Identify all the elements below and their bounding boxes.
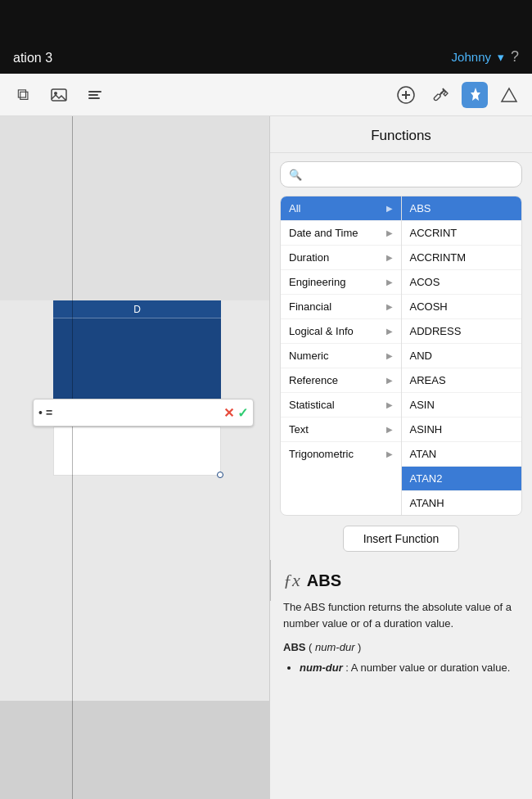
formula-input[interactable]: [56, 406, 220, 419]
cell-white[interactable]: [53, 427, 221, 476]
syntax-close-paren: ): [358, 641, 361, 653]
user-name[interactable]: Johnny: [452, 50, 491, 64]
category-label: Logical & Info: [289, 325, 354, 337]
image-icon[interactable]: [46, 82, 72, 108]
category-reference[interactable]: Reference ▶: [281, 368, 401, 393]
svg-rect-4: [88, 97, 100, 99]
function-abs[interactable]: ABS: [402, 196, 522, 221]
search-bar: 🔍: [280, 161, 522, 187]
category-arrow: ▶: [386, 302, 393, 311]
category-date-time[interactable]: Date and Time ▶: [281, 221, 401, 246]
insert-function-button[interactable]: Insert Function: [343, 526, 460, 552]
formula-equals: =: [46, 406, 52, 419]
category-label: Statistical: [289, 399, 335, 411]
category-financial[interactable]: Financial ▶: [281, 295, 401, 319]
function-syntax: ABS ( num-dur ): [283, 641, 519, 653]
category-label: Engineering: [289, 276, 345, 288]
function-description-text: The ABS function returns the absolute va…: [283, 599, 519, 631]
function-header: ƒx ABS: [283, 570, 519, 591]
formula-bullet: •: [38, 406, 43, 419]
function-atan[interactable]: ATAN: [402, 442, 522, 467]
function-asinh[interactable]: ASINH: [402, 418, 522, 442]
app-title: ation 3: [13, 51, 52, 65]
function-params-list: num-dur : A number value or duration val…: [283, 660, 519, 676]
pin-icon[interactable]: [462, 82, 488, 108]
formula-confirm-button[interactable]: ✓: [237, 405, 248, 421]
param-name: num-dur: [300, 661, 343, 674]
function-accrint[interactable]: ACCRINT: [402, 221, 522, 246]
categories-column: All ▶ Date and Time ▶ Duration ▶ Enginee…: [281, 196, 402, 515]
category-arrow: ▶: [386, 253, 393, 262]
category-label: Text: [289, 423, 309, 436]
add-object-icon[interactable]: [393, 82, 419, 108]
text-icon[interactable]: [82, 82, 108, 108]
syntax-open-paren: (: [309, 641, 312, 653]
category-label: Duration: [289, 251, 329, 264]
functions-column: ABS ACCRINT ACCRINTM ACOS ACOSH ADDRESS …: [402, 196, 522, 515]
category-text[interactable]: Text ▶: [281, 418, 401, 442]
category-arrow: ▶: [386, 351, 393, 360]
category-all[interactable]: All ▶: [281, 196, 401, 221]
category-arrow: ▶: [386, 204, 393, 213]
vertical-line: [72, 116, 73, 799]
syntax-param: num-dur: [315, 641, 354, 653]
svg-marker-8: [502, 88, 516, 102]
category-arrow: ▶: [386, 449, 393, 458]
top-bar: ation 3 Johnny ▾ ?: [0, 0, 532, 74]
cell-drag-handle[interactable]: [217, 472, 223, 478]
wrench-icon[interactable]: [427, 82, 453, 108]
function-description: ƒx ABS The ABS function returns the abso…: [270, 562, 532, 799]
column-label: D: [133, 304, 141, 315]
syntax-name: ABS: [283, 641, 305, 653]
functions-panel: Functions 🔍 All ▶ Date and Time ▶: [270, 116, 532, 799]
category-logical[interactable]: Logical & Info ▶: [281, 319, 401, 344]
param-item: num-dur : A number value or duration val…: [300, 660, 519, 676]
category-label: Numeric: [289, 350, 328, 362]
cell-header-d[interactable]: D: [53, 300, 221, 318]
layers-icon[interactable]: ⧉: [10, 82, 36, 108]
help-icon[interactable]: ?: [511, 48, 519, 65]
category-trigonometric[interactable]: Trigonometric ▶: [281, 442, 401, 466]
category-engineering[interactable]: Engineering ▶: [281, 270, 401, 295]
category-arrow: ▶: [386, 327, 393, 336]
top-bar-right: Johnny ▾ ?: [452, 48, 519, 65]
category-arrow: ▶: [386, 228, 393, 237]
svg-rect-2: [88, 91, 101, 93]
category-arrow: ▶: [386, 400, 393, 409]
category-duration[interactable]: Duration ▶: [281, 246, 401, 270]
category-arrow: ▶: [386, 376, 393, 385]
main-content: D • = ✕ ✓ Functions 🔍: [0, 116, 532, 799]
category-label: All: [289, 202, 300, 214]
function-address[interactable]: ADDRESS: [402, 319, 522, 344]
fx-icon: ƒx: [283, 570, 300, 591]
function-areas[interactable]: AREAS: [402, 368, 522, 393]
function-accrintm[interactable]: ACCRINTM: [402, 246, 522, 270]
function-acosh[interactable]: ACOSH: [402, 295, 522, 319]
param-desc: A number value or duration value.: [351, 661, 510, 674]
category-arrow: ▶: [386, 425, 393, 434]
toolbar-right: [393, 82, 522, 108]
function-and[interactable]: AND: [402, 344, 522, 368]
cell-body[interactable]: [53, 318, 221, 399]
function-asin[interactable]: ASIN: [402, 393, 522, 418]
category-label: Date and Time: [289, 227, 358, 239]
function-atan2[interactable]: ATAN2: [402, 467, 522, 491]
category-numeric[interactable]: Numeric ▶: [281, 344, 401, 368]
svg-rect-3: [88, 94, 98, 96]
category-label: Reference: [289, 374, 338, 386]
function-acos[interactable]: ACOS: [402, 270, 522, 295]
search-icon: 🔍: [289, 169, 302, 181]
category-statistical[interactable]: Statistical ▶: [281, 393, 401, 418]
function-atanh[interactable]: ATANH: [402, 491, 522, 515]
spreadsheet-bottom: [0, 701, 270, 799]
search-input[interactable]: [307, 169, 513, 181]
category-arrow: ▶: [386, 278, 393, 287]
insert-button-wrapper: Insert Function: [270, 516, 532, 562]
spreadsheet-top: [0, 116, 269, 300]
formula-cancel-button[interactable]: ✕: [223, 405, 234, 421]
functions-title: Functions: [270, 116, 532, 153]
shape-icon[interactable]: [496, 82, 522, 108]
function-name-title: ABS: [307, 571, 341, 590]
chevron-icon[interactable]: ▾: [498, 50, 504, 65]
category-label: Financial: [289, 300, 331, 313]
